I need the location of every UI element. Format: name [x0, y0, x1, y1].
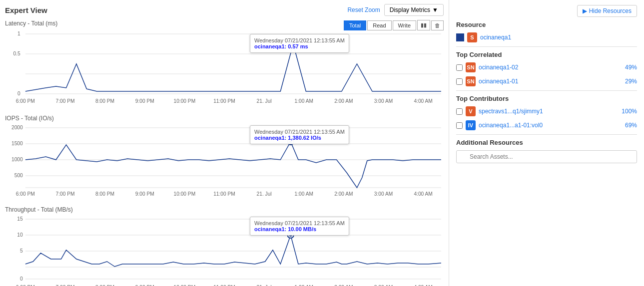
- correlated-item-0: SN ocinaneqa1-02 49%: [456, 62, 637, 72]
- svg-text:10: 10: [17, 232, 23, 238]
- resource-color-square: [456, 33, 464, 41]
- correlated-item-1: SN ocinaneqa1-01 29%: [456, 76, 637, 86]
- latency-tooltip: Wednesday 07/21/2021 12:13:55 AM ocinane…: [250, 34, 349, 53]
- additional-resources-search-wrap: 🔍: [456, 150, 637, 163]
- resource-name: ocinaneqa1: [480, 34, 511, 41]
- svg-text:500: 500: [14, 173, 23, 178]
- divider-2: [456, 90, 637, 91]
- svg-text:11:00 PM: 11:00 PM: [213, 98, 235, 104]
- contributor-item-0: V spectravs1...q1/sjimmy1 100%: [456, 106, 637, 116]
- correlated-checkbox-0[interactable]: [456, 64, 463, 71]
- page-title: Expert View: [5, 6, 47, 14]
- contributor-checkbox-0[interactable]: [456, 108, 463, 115]
- reset-zoom-button[interactable]: Reset Zoom: [347, 6, 380, 13]
- svg-text:9:00 PM: 9:00 PM: [135, 98, 154, 104]
- top-correlated-title: Top Correlated: [456, 51, 637, 58]
- resource-section-title: Resource: [456, 21, 637, 28]
- contributor-pct-1: 69%: [625, 122, 637, 129]
- top-contributors-title: Top Contributors: [456, 95, 637, 102]
- svg-text:21. Jul: 21. Jul: [257, 191, 272, 197]
- resource-row: S ocinaneqa1: [456, 32, 637, 42]
- display-metrics-button[interactable]: Display Metrics ▼: [384, 4, 444, 16]
- svg-text:4:00 AM: 4:00 AM: [414, 191, 432, 197]
- contributor-name-1[interactable]: ocinaneqa1...a1-01:vol0: [479, 122, 543, 129]
- clone-icon-button[interactable]: ▮▮: [417, 20, 430, 30]
- correlated-pct-1: 29%: [625, 78, 637, 85]
- svg-text:7:00 PM: 7:00 PM: [55, 98, 74, 104]
- additional-resources-search[interactable]: [456, 150, 637, 163]
- iops-chart-title: IOPS - Total (IO/s): [5, 115, 444, 122]
- chevron-down-icon: ▼: [432, 6, 438, 13]
- iops-svg: 2000 1500 1000 500 6:00 PM 7:00 PM 8:00 …: [5, 123, 444, 197]
- iops-tooltip: Wednesday 07/21/2021 12:13:55 AM ocinane…: [250, 125, 349, 144]
- svg-text:6:00 PM: 6:00 PM: [16, 98, 35, 104]
- svg-text:0: 0: [20, 276, 23, 282]
- correlated-pct-0: 49%: [625, 64, 637, 71]
- svg-text:11:00 PM: 11:00 PM: [213, 191, 235, 197]
- resource-badge: S: [467, 32, 477, 42]
- tab-total[interactable]: Total: [344, 20, 366, 30]
- delete-icon-button[interactable]: 🗑: [431, 20, 444, 30]
- svg-text:15: 15: [17, 216, 23, 222]
- svg-text:1: 1: [17, 31, 20, 36]
- svg-text:9:00 PM: 9:00 PM: [135, 191, 154, 197]
- svg-text:5: 5: [20, 248, 23, 254]
- contributor-badge-1: IV: [466, 120, 476, 130]
- throughput-chart-title: Throughput - Total (MB/s): [5, 206, 444, 213]
- latency-svg: 1 0.5 0 6:00 PM 7:00 PM 8:00 PM 9:00 PM: [5, 29, 444, 104]
- svg-text:1:00 AM: 1:00 AM: [295, 98, 313, 104]
- svg-text:4:00 AM: 4:00 AM: [414, 98, 432, 104]
- throughput-svg: 15 10 5 0 6:00 PM 7:00 PM 8:00 PM 9:00 P…: [5, 214, 444, 286]
- correlated-badge-0: SN: [466, 62, 476, 72]
- chart-tab-row: Total Read Write ▮▮ 🗑: [344, 20, 444, 30]
- divider-3: [456, 134, 637, 135]
- svg-text:0.5: 0.5: [13, 51, 20, 56]
- play-icon: ▶: [583, 7, 587, 14]
- correlated-name-1[interactable]: ocinaneqa1-01: [479, 78, 518, 85]
- svg-text:2:00 AM: 2:00 AM: [334, 191, 353, 197]
- svg-text:21. Jul: 21. Jul: [257, 98, 272, 104]
- svg-text:1000: 1000: [11, 157, 23, 162]
- correlated-badge-1: SN: [466, 76, 476, 86]
- contributor-checkbox-1[interactable]: [456, 122, 463, 129]
- contributor-badge-0: V: [466, 106, 476, 116]
- iops-chart-section: IOPS - Total (IO/s) Wednesday 07/21/2021…: [5, 115, 444, 200]
- throughput-tooltip: Wednesday 07/21/2021 12:13:55 AM ocinane…: [250, 217, 349, 236]
- contributor-item-1: IV ocinaneqa1...a1-01:vol0 69%: [456, 120, 637, 130]
- svg-text:10:00 PM: 10:00 PM: [174, 98, 196, 104]
- latency-chart-section: Latency - Total (ms) Total Read Write ▮▮…: [5, 20, 444, 109]
- svg-text:0: 0: [17, 91, 20, 96]
- svg-text:2000: 2000: [11, 125, 23, 130]
- throughput-chart-section: Throughput - Total (MB/s) Wednesday 07/2…: [5, 206, 444, 286]
- svg-text:1500: 1500: [11, 141, 23, 146]
- svg-text:6:00 PM: 6:00 PM: [16, 191, 35, 197]
- hide-resources-button[interactable]: ▶ Hide Resources: [577, 5, 637, 17]
- svg-text:3:00 AM: 3:00 AM: [374, 98, 393, 104]
- contributor-pct-0: 100%: [622, 108, 637, 115]
- divider-1: [456, 46, 637, 47]
- tab-write[interactable]: Write: [393, 20, 416, 30]
- svg-text:3:00 AM: 3:00 AM: [374, 191, 393, 197]
- correlated-checkbox-1[interactable]: [456, 78, 463, 85]
- svg-text:1:00 AM: 1:00 AM: [295, 191, 313, 197]
- svg-text:10:00 PM: 10:00 PM: [174, 191, 196, 197]
- contributor-name-0[interactable]: spectravs1...q1/sjimmy1: [479, 108, 543, 115]
- tab-read[interactable]: Read: [367, 20, 391, 30]
- svg-text:7:00 PM: 7:00 PM: [55, 191, 74, 197]
- correlated-name-0[interactable]: ocinaneqa1-02: [479, 64, 518, 71]
- svg-text:8:00 PM: 8:00 PM: [95, 98, 114, 104]
- svg-text:8:00 PM: 8:00 PM: [95, 191, 114, 197]
- additional-resources-title: Additional Resources: [456, 139, 637, 146]
- svg-text:2:00 AM: 2:00 AM: [334, 98, 353, 104]
